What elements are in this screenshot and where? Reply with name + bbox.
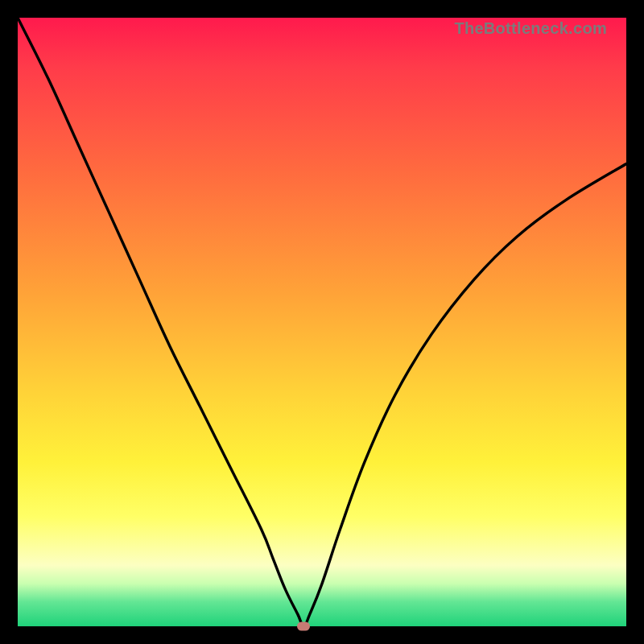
plot-area: TheBottleneck.com <box>18 18 626 626</box>
bottleneck-curve <box>18 18 626 626</box>
chart-frame: TheBottleneck.com <box>0 0 644 644</box>
minimum-marker <box>297 622 310 631</box>
